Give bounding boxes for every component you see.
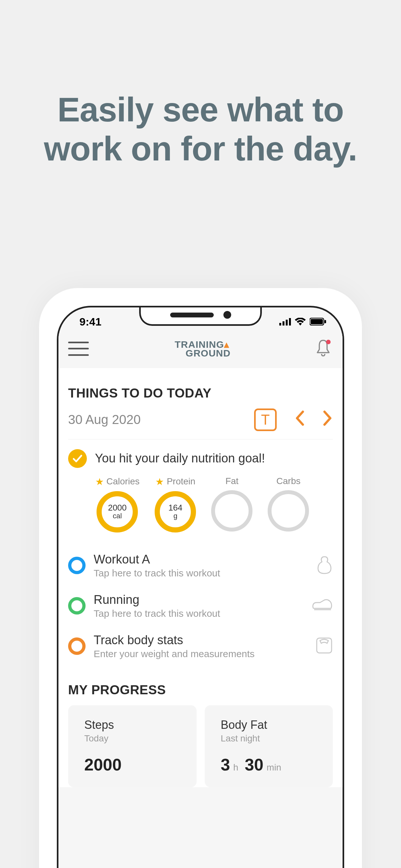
nutrition-goal-row[interactable]: You hit your daily nutrition goal! (68, 449, 333, 468)
macro-unit: g (174, 512, 177, 520)
macro-ring: 2000 cal (96, 491, 138, 532)
battery-icon (310, 315, 327, 328)
progress-cards: Steps Today 2000 Body Fat Last night 3 h… (68, 705, 333, 787)
svg-rect-7 (317, 638, 332, 653)
notifications-button[interactable] (315, 339, 331, 359)
macro-value: 2000 (108, 503, 127, 512)
task-status-circle (68, 557, 86, 574)
macro-ring (211, 490, 252, 531)
marketing-headline: Easily see what to work on for the day. (44, 90, 357, 168)
nutrition-goal-text: You hit your daily nutrition goal! (95, 452, 265, 465)
task-title: Track body stats (94, 633, 307, 647)
card-subtitle: Today (84, 733, 181, 744)
macro-ring: 164 g (155, 491, 196, 532)
svg-rect-2 (286, 320, 288, 326)
macro-unit: cal (113, 512, 122, 520)
svg-rect-5 (311, 319, 323, 324)
scale-icon (315, 637, 333, 655)
notification-badge (326, 340, 331, 344)
status-time: 9:41 (80, 315, 101, 328)
headline-line-2: work on for the day. (44, 129, 357, 168)
task-status-circle (68, 597, 86, 615)
macro-label: Fat (225, 476, 238, 486)
svg-rect-0 (279, 323, 281, 326)
card-subtitle: Last night (221, 733, 317, 744)
current-date: 30 Aug 2020 (68, 412, 141, 427)
prev-day-button[interactable] (295, 409, 305, 430)
task-status-circle (68, 638, 86, 655)
chevron-left-icon (295, 410, 305, 426)
check-icon (68, 449, 87, 468)
task-running[interactable]: Running Tap here to track this workout (68, 586, 333, 626)
macro-ring (268, 490, 309, 531)
card-value: 3 h 30 min (221, 755, 317, 774)
card-title: Body Fat (221, 718, 317, 732)
star-icon: ★ (155, 476, 164, 487)
task-subtitle: Tap here to track this workout (94, 608, 304, 619)
phone-notch (139, 306, 262, 326)
task-workout-a[interactable]: Workout A Tap here to track this workout (68, 546, 333, 586)
headline-line-1: Easily see what to (44, 90, 357, 129)
macro-carbs[interactable]: Carbs (268, 476, 309, 532)
task-title: Workout A (94, 553, 308, 566)
menu-button[interactable] (68, 342, 89, 356)
todo-section-title: THINGS TO DO TODAY (68, 386, 333, 400)
app-logo: TRAINING▴ GROUND (174, 340, 230, 358)
wifi-icon (295, 315, 306, 328)
task-title: Running (94, 593, 304, 607)
today-button[interactable]: T (254, 408, 277, 431)
macro-protein[interactable]: ★Protein 164 g (155, 476, 196, 532)
chevron-right-icon (322, 410, 333, 426)
task-subtitle: Enter your weight and measurements (94, 648, 307, 659)
date-selector: 30 Aug 2020 T (68, 408, 333, 439)
kettlebell-icon (316, 555, 333, 576)
card-value: 2000 (84, 755, 181, 774)
progress-card-steps[interactable]: Steps Today 2000 (68, 705, 197, 787)
macro-value: 164 (168, 503, 182, 512)
macro-fat[interactable]: Fat (211, 476, 252, 532)
next-day-button[interactable] (322, 409, 333, 430)
svg-rect-1 (282, 321, 284, 326)
svg-rect-3 (289, 318, 291, 326)
shoe-icon (312, 598, 333, 614)
logo-line-2: GROUND (186, 349, 230, 358)
card-title: Steps (84, 718, 181, 732)
macro-label: Protein (166, 476, 195, 487)
task-body-stats[interactable]: Track body stats Enter your weight and m… (68, 626, 333, 666)
macro-label: Calories (106, 476, 140, 487)
macro-calories[interactable]: ★Calories 2000 cal (95, 476, 140, 532)
phone-frame: 9:41 TRAINING▴ GROUND (39, 288, 362, 868)
svg-rect-6 (325, 320, 326, 323)
macros-row: ★Calories 2000 cal ★Protein 164 g Fat (68, 476, 333, 546)
progress-card-bodyfat[interactable]: Body Fat Last night 3 h 30 min (205, 705, 333, 787)
cellular-icon (279, 315, 291, 328)
progress-section-title: MY PROGRESS (68, 683, 333, 697)
app-bar: TRAINING▴ GROUND (58, 333, 343, 368)
star-icon: ★ (95, 476, 104, 487)
macro-label: Carbs (276, 476, 301, 486)
task-subtitle: Tap here to track this workout (94, 568, 308, 579)
